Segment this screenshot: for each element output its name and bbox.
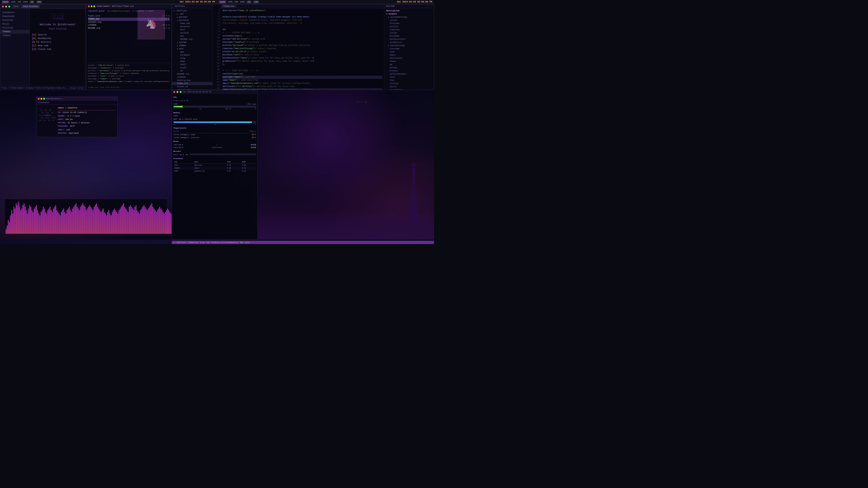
tree-item-profiles[interactable]: ▼ profiles [172,19,213,22]
editor-tab-flake[interactable]: flake.nix [221,5,236,8]
tree-item-pkgs[interactable]: pkgs [172,60,213,63]
workspace-tag-tech-r[interactable]: Tech [219,1,226,3]
outline-usersettings[interactable]: ⬥ userSettings [384,44,434,47]
workspace-tag-2s[interactable]: 2S [30,1,34,3]
fm-min-btn[interactable] [91,5,92,7]
neofetch-min[interactable] [40,98,42,100]
tree-item-desktop-png[interactable]: desktop.png [172,79,213,82]
sidebar-item-external[interactable]: External [0,18,29,22]
outline-hostname[interactable]: hostname [384,22,434,25]
outline-description[interactable]: description [384,9,434,12]
outline-system[interactable]: system [384,19,434,22]
outline-bootmode[interactable]: bootMode [384,35,434,38]
workspace-tag-2s-r[interactable]: 2S [247,1,251,3]
neofetch-max[interactable] [43,98,45,100]
neofetch-close[interactable] [38,98,39,100]
outline-grubdevice[interactable]: grubDevice [384,41,434,44]
tree-item-harden-sh[interactable]: harden.sh [172,85,213,88]
code-line-16: bootMountPath = "/boot"; # mount path fo… [222,57,382,60]
htop-min[interactable] [177,91,178,93]
sidebar-item-documents[interactable]: Documents [0,11,29,14]
viz-bar-105 [124,207,125,234]
link-search[interactable]: [o] Search [32,33,84,37]
tree-item-git[interactable]: ▶ .git [172,12,213,15]
fm-max-btn[interactable] [93,5,95,7]
tree-item-license[interactable]: LICENSE [172,76,213,79]
sidebar-item-pictures[interactable]: Pictures [0,26,29,30]
tree-item-patches[interactable]: ▶ patches [172,15,213,19]
outline-systemsettings[interactable]: ⬥ systemSettings [384,15,434,19]
maximize-button[interactable] [8,6,10,7]
editor-code[interactable]: description = "Flake of LibrePhoenix"; o… [221,8,384,90]
tree-item-lang[interactable]: lang [172,57,213,60]
outline-name[interactable]: name [384,51,434,54]
tree-item-wm[interactable]: wm [172,69,213,72]
link-history[interactable]: [S h] History [32,40,84,44]
code-line-14: locale = "en_US.UTF-8"; # select locale [222,51,382,54]
htop-cpu-section: CPU [174,96,256,99]
viz-bar-59 [72,208,73,234]
tree-item-flake-nix[interactable]: flake.nix [172,82,213,85]
outline-email[interactable]: email [384,54,434,57]
outline-browser[interactable]: browser [384,69,434,72]
htop-max[interactable] [180,91,182,93]
outline-wmtype[interactable]: wmType [384,66,434,69]
outline-wm[interactable]: wm [384,63,434,66]
neofetch-kernel: KERNEL: 6.7.7-zen1 [58,115,116,118]
outline-profile[interactable]: profile [384,25,434,28]
minimize-button[interactable] [5,6,7,7]
neofetch-command-line: $ distetch [36,101,117,105]
qute-tab-inactive[interactable]: Tech [11,5,20,8]
outline-font[interactable]: font [384,79,434,82]
tree-item-style[interactable]: style [172,66,213,69]
tree-item-user[interactable]: ▼ user [172,47,213,51]
outline-editor[interactable]: editor [384,85,434,88]
tree-item-work[interactable]: work [172,28,213,31]
outline-spawneditor[interactable]: spawnEditor [384,88,434,90]
tree-item-personal[interactable]: personal [172,25,213,28]
tree-item-readme2[interactable]: README.org [172,72,213,76]
outline-bootmountpath[interactable]: bootMountPath [384,38,434,41]
outline-theme[interactable]: theme [384,60,434,63]
tree-item-hardware[interactable]: hardware [172,54,213,57]
code-line-6 [222,25,382,28]
sidebar-item-videos[interactable]: Videos [0,34,29,37]
outline-locale[interactable]: locale [384,31,434,35]
link-new-tab[interactable]: [t] New tab [32,44,84,47]
fm-close-btn[interactable] [88,5,90,7]
qute-tab-active[interactable]: Tech Profile [22,5,40,8]
tree-item-homelab[interactable]: home.lab [172,22,213,25]
tree-item-readme-org[interactable]: README.org [172,38,213,41]
tree-item-app[interactable]: app [172,51,213,54]
sidebar-item-downloads[interactable]: Downloads [0,14,29,18]
tree-item-system[interactable]: ▶ system [172,41,213,44]
tree-item-themes[interactable]: ▶ themes [172,44,213,47]
htop-close[interactable] [174,91,175,93]
viz-bar-52 [64,212,65,234]
workspace-tag-10s[interactable]: 10S [36,1,42,3]
sidebar-item-music[interactable]: Music [0,22,29,26]
tree-item-worklab[interactable]: worklab [172,31,213,35]
workspace-tag-tech[interactable]: Tech [2,1,9,3]
close-button[interactable] [2,6,4,7]
outline-fontpkg[interactable]: fontPkg [384,82,434,85]
workspace-tag-10s-r[interactable]: 10S [253,1,259,3]
htop-mem-bar-container: 100% RAM: 9% 5.7618/02.26iB 0s 0% 8 [174,115,256,126]
tree-item-dotfiles[interactable]: ▼ .dotfiles [172,9,213,12]
link-bookmarks[interactable]: [b] Bookmarks [32,37,84,40]
outline-defaultroamdir[interactable]: defaultRoamDir [384,72,434,76]
figure-body [412,168,415,186]
viz-bar-55 [68,208,68,234]
tree-item-shell[interactable]: shell [172,63,213,66]
outline-username[interactable]: username [384,47,434,51]
sidebar-item-themes[interactable]: Themes [0,30,29,34]
outline-term[interactable]: term [384,76,434,79]
outline-outputs[interactable]: ⬥ outputs [384,12,434,15]
link-close-tab[interactable]: [x] Close tab [32,47,84,51]
net-bar [190,153,256,155]
outline-timezone[interactable]: timezone [384,28,434,31]
tree-item-install-org[interactable]: install.org [172,88,213,90]
tree-item-wsl[interactable]: wsl [172,35,213,38]
viz-bar-141 [165,212,166,234]
outline-dotfilesdir[interactable]: dotfilesDir [384,57,434,60]
